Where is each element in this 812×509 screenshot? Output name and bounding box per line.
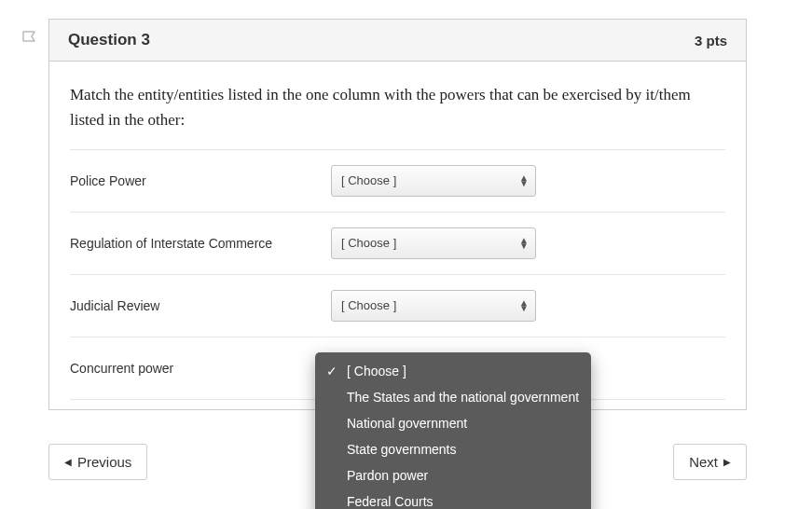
dropdown-option[interactable]: The States and the national government xyxy=(315,384,591,410)
previous-label: Previous xyxy=(77,454,131,470)
select-police-power[interactable]: [ Choose ] ▲▼ xyxy=(331,165,536,197)
flag-icon[interactable] xyxy=(21,30,39,51)
previous-button[interactable]: ◀ Previous xyxy=(48,444,147,480)
match-row: Judicial Review [ Choose ] ▲▼ xyxy=(70,274,725,337)
caret-right-icon: ▶ xyxy=(723,457,731,467)
question-text: Match the entity/entities listed in the … xyxy=(70,82,725,132)
dropdown-option[interactable]: Pardon power xyxy=(315,462,591,488)
match-label: Police Power xyxy=(70,173,331,188)
match-row: Regulation of Interstate Commerce [ Choo… xyxy=(70,212,725,274)
next-label: Next xyxy=(689,454,718,470)
select-interstate-commerce[interactable]: [ Choose ] ▲▼ xyxy=(331,227,536,259)
match-label: Regulation of Interstate Commerce xyxy=(70,236,331,251)
select-judicial-review[interactable]: [ Choose ] ▲▼ xyxy=(331,290,536,322)
question-header: Question 3 3 pts xyxy=(49,20,746,62)
question-title: Question 3 xyxy=(68,31,150,49)
select-box[interactable]: [ Choose ] xyxy=(331,165,536,197)
select-box[interactable]: [ Choose ] xyxy=(331,227,536,259)
dropdown-option[interactable]: Federal Courts xyxy=(315,488,591,509)
dropdown-option[interactable]: State governments xyxy=(315,436,591,462)
question-points: 3 pts xyxy=(695,33,727,48)
dropdown-option[interactable]: National government xyxy=(315,410,591,436)
dropdown-option[interactable]: [ Choose ] xyxy=(315,358,591,384)
caret-left-icon: ◀ xyxy=(64,457,72,467)
dropdown-menu[interactable]: [ Choose ] The States and the national g… xyxy=(315,352,591,509)
match-label: Concurrent power xyxy=(70,361,331,376)
match-row: Police Power [ Choose ] ▲▼ xyxy=(70,149,725,212)
select-box[interactable]: [ Choose ] xyxy=(331,290,536,322)
match-label: Judicial Review xyxy=(70,298,331,313)
next-button[interactable]: Next ▶ xyxy=(673,444,747,480)
